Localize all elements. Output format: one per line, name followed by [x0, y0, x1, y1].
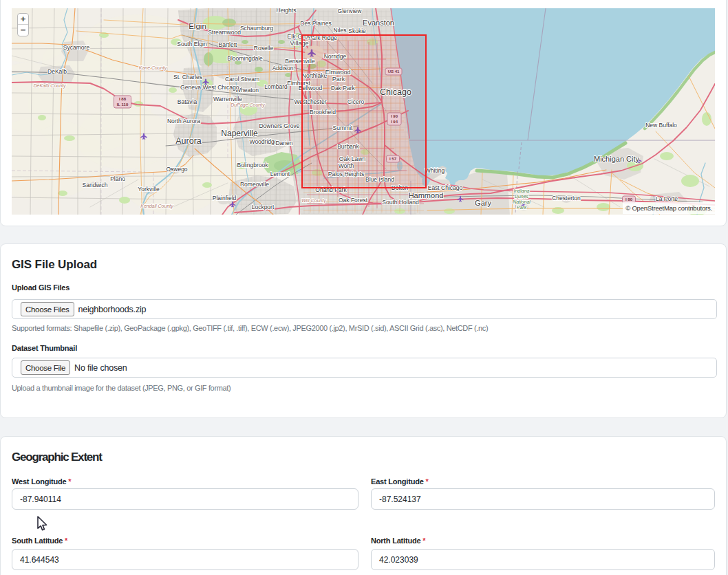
svg-text:New Buffalo: New Buffalo [645, 122, 677, 129]
svg-text:Oak Park: Oak Park [330, 85, 355, 91]
svg-text:Addison: Addison [272, 65, 294, 72]
svg-text:Blue Island: Blue Island [365, 176, 394, 183]
svg-text:Kendall County: Kendall County [140, 204, 173, 209]
svg-text:Hammond: Hammond [409, 191, 444, 199]
svg-text:I 90: I 90 [391, 114, 398, 118]
svg-text:South Holland: South Holland [382, 199, 419, 206]
svg-text:Park: Park [332, 76, 345, 83]
svg-text:Gary: Gary [475, 199, 491, 207]
svg-text:Warrenville: Warrenville [213, 96, 242, 102]
svg-text:East Chicago: East Chicago [428, 184, 463, 191]
svg-text:Oak Forest: Oak Forest [339, 197, 368, 204]
svg-text:Geneva: Geneva [180, 84, 201, 91]
svg-text:I 88: I 88 [119, 97, 127, 101]
svg-text:Heights: Heights [277, 8, 297, 14]
svg-text:Batavia: Batavia [178, 98, 197, 105]
svg-text:Cicero: Cicero [347, 98, 365, 105]
svg-text:Yorkville: Yorkville [138, 186, 160, 193]
svg-text:Schaumburg: Schaumburg [240, 25, 273, 32]
svg-text:Oak Lawn: Oak Lawn [339, 155, 366, 162]
svg-text:Darien: Darien [275, 140, 292, 147]
svg-text:Skokie: Skokie [348, 28, 366, 34]
svg-text:Sycamore: Sycamore [63, 44, 90, 51]
svg-text:Bartlett: Bartlett [219, 41, 238, 48]
svg-text:Des Plaines: Des Plaines [300, 20, 331, 27]
svg-text:Aurora: Aurora [175, 136, 202, 146]
svg-text:IL 110: IL 110 [117, 102, 129, 107]
svg-text:Brookfield: Brookfield [310, 109, 336, 116]
svg-text:Naperville: Naperville [221, 129, 258, 138]
svg-text:Bolingbrook: Bolingbrook [237, 162, 269, 169]
svg-text:Elmwood: Elmwood [325, 69, 350, 76]
svg-text:Elgin: Elgin [189, 22, 206, 30]
svg-text:North Aurora: North Aurora [167, 118, 200, 124]
svg-text:Sandwich: Sandwich [83, 182, 108, 188]
svg-text:Westchester: Westchester [294, 98, 326, 105]
svg-text:Oswego: Oswego [166, 166, 187, 173]
svg-text:Roselle: Roselle [254, 45, 274, 52]
svg-text:I 57: I 57 [389, 157, 397, 161]
svg-text:I 80: I 80 [625, 197, 633, 202]
svg-text:Chicago: Chicago [380, 87, 411, 97]
svg-text:Village: Village [290, 40, 309, 47]
svg-text:DeKalb: DeKalb [47, 68, 67, 75]
svg-text:Worth: Worth [339, 162, 354, 169]
svg-text:Streamwood: Streamwood [208, 29, 241, 36]
svg-text:Plano: Plano [110, 175, 125, 182]
svg-text:Niles: Niles [334, 27, 347, 34]
svg-text:Park: Park [517, 205, 527, 210]
svg-text:DuPage County: DuPage County [231, 102, 265, 108]
svg-text:Romeoville: Romeoville [240, 181, 269, 188]
svg-text:Summit: Summit [333, 124, 353, 131]
svg-text:Indiana: Indiana [514, 188, 530, 193]
svg-text:Chesterton: Chesterton [552, 195, 581, 202]
svg-text:Kane County: Kane County [139, 65, 167, 71]
svg-text:Elk Grove: Elk Grove [287, 33, 314, 40]
svg-text:South Elgin: South Elgin [177, 41, 207, 47]
svg-text:Glenview: Glenview [338, 8, 363, 14]
svg-text:West Chicago: West Chicago [203, 84, 239, 91]
svg-text:I 94: I 94 [391, 120, 398, 124]
svg-text:Plainfield: Plainfield [213, 195, 237, 202]
svg-text:DeKalb County: DeKalb County [33, 83, 66, 89]
svg-text:Dunes: Dunes [515, 194, 529, 199]
svg-text:La Porte: La Porte [656, 195, 678, 202]
svg-text:Carol Stream: Carol Stream [225, 76, 259, 83]
svg-text:US 41: US 41 [388, 69, 400, 74]
svg-text:Bensenville: Bensenville [285, 58, 315, 65]
svg-text:Burbank: Burbank [337, 143, 359, 150]
svg-text:Will County: Will County [301, 198, 326, 204]
svg-text:Norridge: Norridge [324, 53, 347, 60]
svg-text:Lemont: Lemont [270, 171, 290, 177]
svg-text:Evanston: Evanston [363, 19, 394, 27]
svg-text:Palos Heights: Palos Heights [328, 171, 364, 177]
svg-text:Michigan City: Michigan City [594, 155, 640, 163]
svg-text:Lombard: Lombard [264, 83, 288, 90]
svg-text:Whiting: Whiting [425, 167, 445, 174]
svg-text:Northlake: Northlake [302, 72, 328, 79]
svg-text:Lockport: Lockport [252, 204, 275, 210]
svg-text:Downers Grove: Downers Grove [259, 122, 299, 129]
svg-text:Bloomingdale: Bloomingdale [227, 55, 263, 62]
svg-text:National: National [513, 199, 531, 204]
svg-text:St. Charles: St. Charles [173, 74, 202, 80]
svg-text:Woodridge: Woodridge [250, 138, 278, 145]
